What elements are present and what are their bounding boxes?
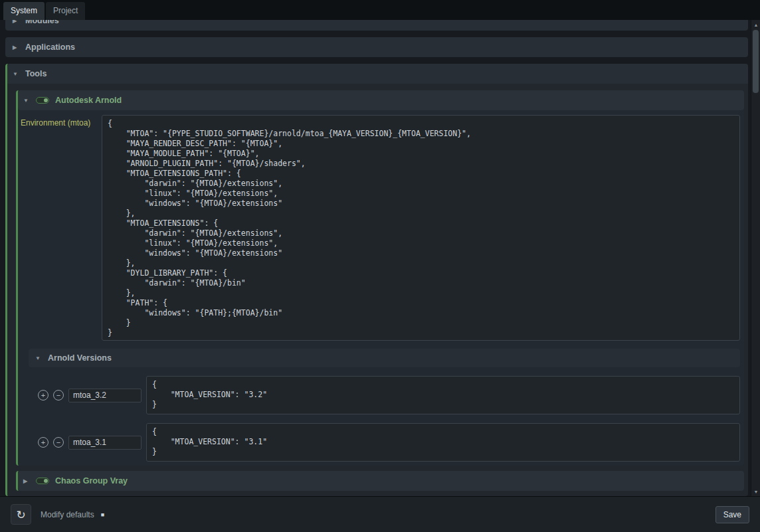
autodesk-arnold-title: Autodesk Arnold [55,96,122,105]
section-modules: ▶ Modules [5,20,748,31]
scroll-down-arrow-icon[interactable]: ▼ [751,487,760,496]
expanded-arrow-icon: ▼ [23,98,30,104]
environment-mtoa-row: Environment (mtoa) { "MTOA": "{PYPE_STUD… [19,115,740,341]
collapsed-arrow-icon: ▶ [13,20,19,24]
arnold-versions-label: Arnold Versions [48,353,112,363]
remove-version-button[interactable]: − [53,437,64,448]
arnold-versions-header[interactable]: ▼ Arnold Versions [29,349,740,367]
modify-defaults-checkbox[interactable]: ■ [101,511,104,518]
environment-mtoa-label: Environment (mtoa) [19,115,102,128]
chaos-group-vray-title: Chaos Group Vray [55,476,128,486]
chaos-group-vray-header[interactable]: ▶ Chaos Group Vray [18,471,744,491]
section-modules-label: Modules [25,20,59,25]
section-applications-label: Applications [25,43,75,52]
tab-system[interactable]: System [3,2,45,20]
add-version-button[interactable]: + [38,390,48,400]
scrollbar-thumb[interactable] [753,30,759,93]
expanded-arrow-icon: ▼ [35,355,42,361]
settings-scroll-area: ▶ Modules ▶ Applications ▼ Tools ▼ Autod… [0,20,751,496]
section-applications: ▶ Applications [5,37,748,57]
refresh-icon: ↻ [16,508,25,521]
section-applications-header[interactable]: ▶ Applications [5,37,748,57]
expanded-arrow-icon: ▼ [13,71,19,77]
arnold-version-row: + − { "MTOA_VERSION": "3.1" } [38,423,740,462]
autodesk-arnold-header[interactable]: ▼ Autodesk Arnold [18,90,744,110]
arnold-enabled-toggle[interactable] [36,97,49,104]
section-tools-header[interactable]: ▼ Tools [7,64,748,84]
section-autodesk-arnold: ▼ Autodesk Arnold Environment (mtoa) { "… [16,90,744,466]
collapsed-arrow-icon: ▶ [13,44,19,50]
section-tools: ▼ Tools ▼ Autodesk Arnold Environment (m… [5,64,748,496]
scroll-up-arrow-icon[interactable]: ▲ [751,20,760,29]
section-chaos-group-vray: ▶ Chaos Group Vray [16,471,744,491]
vertical-scrollbar[interactable]: ▲ ▼ [751,20,760,496]
refresh-button[interactable]: ↻ [11,504,31,525]
tab-project[interactable]: Project [46,2,85,20]
version-value-textarea[interactable]: { "MTOA_VERSION": "3.2" } [146,376,740,414]
version-value-textarea[interactable]: { "MTOA_VERSION": "3.1" } [146,423,740,462]
add-version-button[interactable]: + [38,437,48,448]
tab-bar: System Project [0,0,760,20]
collapsed-arrow-icon: ▶ [23,478,30,484]
version-name-input[interactable] [68,389,142,402]
section-modules-header[interactable]: ▶ Modules [5,20,748,31]
vray-enabled-toggle[interactable] [36,478,49,484]
version-name-input[interactable] [68,436,142,450]
remove-version-button[interactable]: − [53,390,64,400]
arnold-version-row: + − { "MTOA_VERSION": "3.2" } [38,376,740,414]
footer-bar: ↻ Modify defaults ■ Save [0,496,760,532]
environment-mtoa-textarea[interactable]: { "MTOA": "{PYPE_STUDIO_SOFTWARE}/arnold… [102,115,740,341]
save-button[interactable]: Save [715,506,749,523]
modify-defaults-label: Modify defaults [41,510,94,519]
section-tools-label: Tools [25,69,47,78]
